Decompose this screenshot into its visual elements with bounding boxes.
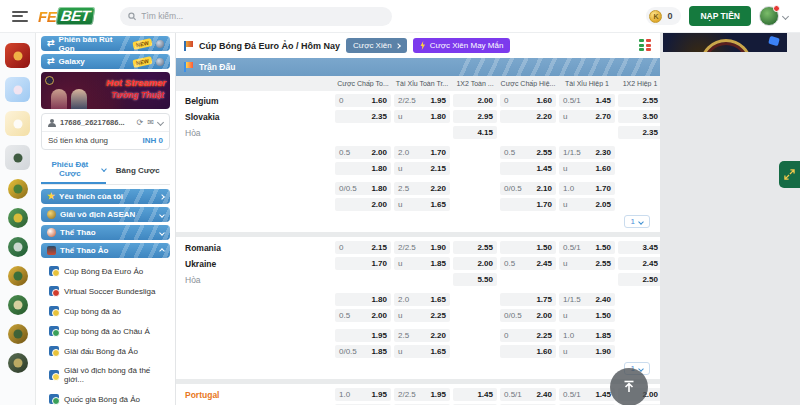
odds-cell[interactable]: 1.80 [335,162,391,175]
page-select[interactable]: 1 [624,215,650,228]
odds-cell[interactable]: 2.45 [618,257,660,270]
rail-game-icon[interactable] [8,353,28,373]
odds-cell[interactable]: 01.60 [335,94,391,107]
sidebar-item-sports[interactable]: Thể Thao [41,225,170,240]
odds-cell[interactable]: 1.45 [500,162,556,175]
mail-icon[interactable]: ✉ [147,119,154,127]
lucky-parlay-button[interactable]: Cược Xiên May Mắn [413,38,511,53]
odds-cell[interactable]: 1.45 [453,388,497,401]
account-menu[interactable] [759,6,788,26]
odds-cell[interactable]: 1.50 [500,241,556,254]
odds-cell[interactable]: 2.52.20 [394,182,450,195]
odds-cell[interactable]: 1.01.85 [559,329,615,342]
odds-cell[interactable]: u2.25 [394,309,450,322]
odds-cell[interactable]: u2.70 [559,110,615,123]
odds-cell[interactable]: 2.00 [335,198,391,211]
sidebar-item-virtual-sports[interactable]: Thể Thao Ảo [41,243,170,258]
odds-cell[interactable]: 2.55 [453,241,497,254]
odds-cell[interactable]: 3.45 [618,241,660,254]
rail-game-icon[interactable] [5,111,30,136]
odds-cell[interactable]: 1.75 [500,293,556,306]
odds-cell[interactable]: 0/0.51.80 [335,182,391,195]
odds-cell[interactable]: u2.15 [394,162,450,175]
rail-game-icon[interactable] [5,43,30,68]
odds-cell[interactable]: 1.70 [335,257,391,270]
sidebar-item-virtual-football-league[interactable]: Giải đấu Bóng đá Ảo [41,341,170,361]
tab-odds-board[interactable]: Bảng Cược [106,161,171,179]
odds-cell[interactable]: u1.65 [394,345,450,358]
menu-toggle-icon[interactable] [12,11,28,22]
odds-cell[interactable]: 0.52.55 [500,146,556,159]
odds-cell[interactable]: 0/0.51.85 [335,345,391,358]
refresh-icon[interactable]: ⟳ [137,119,144,127]
odds-cell[interactable]: 1.01.95 [335,388,391,401]
odds-cell[interactable]: 0/0.52.00 [500,309,556,322]
odds-cell[interactable]: u1.65 [394,198,450,211]
odds-cell[interactable]: 0.5/11.45 [559,94,615,107]
rail-game-icon[interactable] [8,237,28,257]
sidebar-item-virtual-nations[interactable]: Quốc gia Bóng đá Ảo [41,389,170,405]
odds-cell[interactable]: 2/2.51.95 [394,94,450,107]
odds-cell[interactable]: u1.60 [559,162,615,175]
chevron-down-icon[interactable] [157,119,164,126]
odds-cell[interactable]: 2.01.65 [394,293,450,306]
sort-columns-icon[interactable] [639,39,652,52]
compact-version-button[interactable]: ⇄ Phiên bản Rút Gọn NEW [41,36,170,51]
odds-cell[interactable]: u2.55 [559,257,615,270]
rail-game-icon[interactable] [5,77,30,102]
rail-game-icon[interactable] [5,145,30,170]
sidebar-item-favorites[interactable]: ★ Yêu thích của tôi [41,189,170,204]
search-bar[interactable] [120,7,392,26]
odds-cell[interactable]: 0.5/11.45 [559,388,615,401]
galaxy-version-button[interactable]: ⇄ Galaxy NEW [41,54,170,69]
sidebar-item-virtual-world-championship[interactable]: Giải vô địch bóng đá thế giới... [41,361,170,389]
odds-cell[interactable]: 4.15 [453,126,497,139]
expand-panel-button[interactable] [779,161,800,188]
rail-game-icon[interactable] [8,324,28,344]
sidebar-item-asean-championship[interactable]: Giải vô địch ASEAN [41,207,170,222]
odds-cell[interactable]: 2/2.51.95 [394,388,450,401]
odds-cell[interactable]: 02.15 [335,241,391,254]
sidebar-item-virtual-euro-cup[interactable]: Cúp Bóng Đá Euro Ảo [41,261,170,281]
odds-cell[interactable]: 2.01.70 [394,146,450,159]
febet-logo[interactable]: FE BET [38,7,94,25]
odds-cell[interactable]: 1.70 [500,198,556,211]
odds-cell[interactable]: 2.50 [618,273,660,286]
odds-cell[interactable]: 2/2.51.90 [394,241,450,254]
rail-game-icon[interactable] [8,208,28,228]
scroll-to-top-button[interactable] [610,368,648,405]
odds-cell[interactable]: 1.60 [500,345,556,358]
odds-cell[interactable]: u1.80 [394,110,450,123]
odds-cell[interactable]: 2.20 [500,110,556,123]
rail-game-icon[interactable] [8,266,28,286]
odds-cell[interactable]: 5.50 [453,273,497,286]
odds-cell[interactable]: 2.52.20 [394,329,450,342]
parlay-button[interactable]: Cược Xiên [346,38,407,53]
wallet-balance[interactable]: K 0 [646,7,681,25]
odds-cell[interactable]: 1.80 [335,293,391,306]
odds-cell[interactable]: 1/1.52.40 [559,293,615,306]
odds-cell[interactable]: 0.5/11.50 [559,241,615,254]
hot-streamer-banner[interactable]: Hot Streamer Tường Thuật [41,72,170,109]
sidebar-item-virtual-football-cup[interactable]: Cúp bóng đá ảo [41,301,170,321]
roulette-banner-image[interactable] [663,33,787,52]
odds-cell[interactable]: 2.00 [453,94,497,107]
avatar[interactable] [759,6,779,26]
odds-cell[interactable]: u1.90 [559,345,615,358]
odds-cell[interactable]: 1/1.52.30 [559,146,615,159]
rail-game-icon[interactable] [8,179,28,199]
odds-cell[interactable]: 1.95 [335,329,391,342]
odds-cell[interactable]: u2.05 [559,198,615,211]
odds-cell[interactable]: 02.25 [500,329,556,342]
search-input[interactable] [141,11,383,21]
odds-cell[interactable]: 01.60 [500,94,556,107]
deposit-button[interactable]: NẠP TIỀN [689,6,751,26]
odds-cell[interactable]: u1.85 [394,257,450,270]
odds-cell[interactable]: 0/0.52.10 [500,182,556,195]
odds-cell[interactable]: u1.50 [559,309,615,322]
odds-cell[interactable]: 0.52.00 [335,146,391,159]
odds-cell[interactable]: 2.35 [335,110,391,123]
odds-cell[interactable]: 2.95 [453,110,497,123]
tab-bet-slip[interactable]: Phiếu Đặt Cược [41,155,106,184]
rail-game-icon[interactable] [8,295,28,315]
